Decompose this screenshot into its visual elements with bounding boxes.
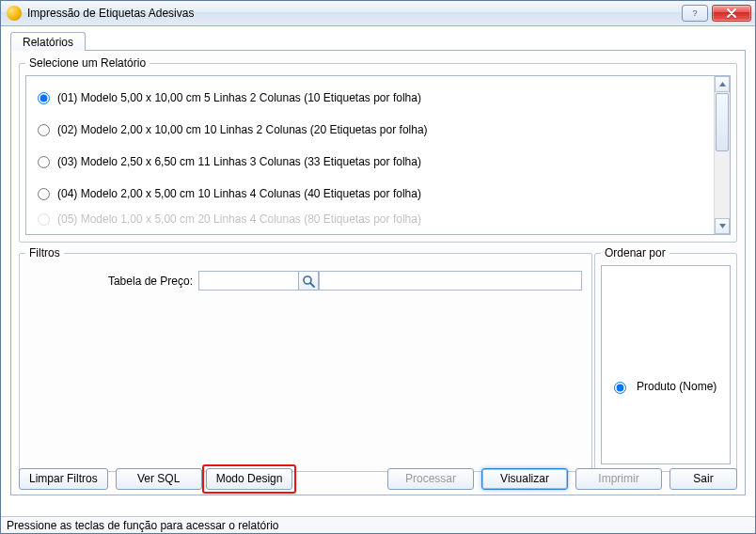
- button-bar: Limpar Filtros Ver SQL Modo Design Proce…: [19, 465, 737, 492]
- design-mode-button[interactable]: Modo Design: [206, 468, 293, 490]
- report-select-group: Selecione um Relatório (01) Modelo 5,00 …: [19, 56, 737, 243]
- order-option-label: Produto (Nome): [637, 380, 717, 393]
- tabpage-relatorios: Selecione um Relatório (01) Modelo 5,00 …: [10, 51, 746, 495]
- search-icon: [302, 275, 315, 288]
- process-button[interactable]: Processar: [387, 468, 474, 490]
- report-option[interactable]: (05) Modelo 1,00 x 5,00 cm 20 Linhas 4 C…: [38, 210, 728, 228]
- report-list: (01) Modelo 5,00 x 10,00 cm 5 Linhas 2 C…: [25, 75, 731, 235]
- report-option-label: (05) Modelo 1,00 x 5,00 cm 20 Linhas 4 C…: [57, 212, 421, 226]
- clear-filters-button[interactable]: Limpar Filtros: [19, 468, 108, 490]
- price-table-lookup-button[interactable]: [298, 271, 319, 291]
- price-table-name-input[interactable]: [319, 271, 582, 291]
- report-radio[interactable]: [38, 213, 50, 226]
- app-icon: [7, 6, 22, 21]
- scroll-thumb[interactable]: [716, 93, 729, 151]
- report-scrollbar[interactable]: [714, 76, 730, 234]
- order-option[interactable]: Produto (Nome): [609, 379, 722, 394]
- statusbar: Pressione as teclas de função para acess…: [1, 516, 755, 533]
- report-option-label: (04) Modelo 2,00 x 5,00 cm 10 Linhas 4 C…: [57, 187, 421, 200]
- report-radio[interactable]: [38, 124, 50, 136]
- titlebar: Impressão de Etiquetas Adesivas ?: [1, 1, 755, 26]
- filter-row-price-table: Tabela de Preço:: [25, 265, 586, 291]
- price-table-code-input[interactable]: [198, 271, 298, 291]
- report-option[interactable]: (01) Modelo 5,00 x 10,00 cm 5 Linhas 2 C…: [38, 82, 728, 114]
- report-option[interactable]: (03) Modelo 2,50 x 6,50 cm 11 Linhas 3 C…: [38, 146, 728, 178]
- order-group: Ordenar por Produto (Nome): [594, 246, 737, 472]
- preview-button[interactable]: Visualizar: [481, 468, 568, 490]
- close-button[interactable]: [712, 5, 751, 22]
- tabcontrol: Relatórios Selecione um Relatório (01) M…: [10, 32, 746, 495]
- report-radio[interactable]: [38, 92, 50, 104]
- scroll-up-button[interactable]: [715, 76, 730, 92]
- print-button[interactable]: Imprimir: [575, 468, 662, 490]
- exit-button[interactable]: Sair: [669, 468, 737, 490]
- help-button[interactable]: ?: [682, 5, 708, 22]
- window: Impressão de Etiquetas Adesivas ? Relató…: [0, 0, 756, 534]
- client-area: Relatórios Selecione um Relatório (01) M…: [1, 26, 755, 533]
- statusbar-text: Pressione as teclas de função para acess…: [7, 519, 279, 532]
- report-select-legend: Selecione um Relatório: [25, 56, 150, 70]
- filters-group: Filtros Tabela de Preço:: [19, 246, 592, 472]
- window-title: Impressão de Etiquetas Adesivas: [27, 7, 682, 20]
- svg-text:?: ?: [692, 8, 697, 18]
- order-options: Produto (Nome): [601, 265, 731, 464]
- tab-relatorios[interactable]: Relatórios: [10, 32, 86, 51]
- filters-legend: Filtros: [25, 246, 64, 259]
- order-legend: Ordenar por: [601, 246, 669, 259]
- report-option-label: (01) Modelo 5,00 x 10,00 cm 5 Linhas 2 C…: [57, 91, 421, 104]
- tabstrip: Relatórios: [10, 32, 746, 51]
- report-option-label: (02) Modelo 2,00 x 10,00 cm 10 Linhas 2 …: [57, 123, 428, 136]
- window-buttons: ?: [682, 5, 751, 22]
- scroll-down-button[interactable]: [715, 218, 730, 234]
- report-list-wrap: (01) Modelo 5,00 x 10,00 cm 5 Linhas 2 C…: [25, 75, 731, 235]
- report-option[interactable]: (02) Modelo 2,00 x 10,00 cm 10 Linhas 2 …: [38, 114, 728, 146]
- report-option-label: (03) Modelo 2,50 x 6,50 cm 11 Linhas 3 C…: [57, 155, 421, 168]
- order-radio[interactable]: [614, 382, 626, 394]
- report-radio[interactable]: [38, 156, 50, 168]
- report-radio[interactable]: [38, 188, 50, 200]
- svg-line-2: [310, 283, 314, 287]
- price-table-label: Tabela de Preço:: [29, 275, 198, 288]
- view-sql-button[interactable]: Ver SQL: [116, 468, 202, 490]
- design-mode-highlight: Modo Design: [202, 464, 297, 494]
- report-option[interactable]: (04) Modelo 2,00 x 5,00 cm 10 Linhas 4 C…: [38, 178, 728, 210]
